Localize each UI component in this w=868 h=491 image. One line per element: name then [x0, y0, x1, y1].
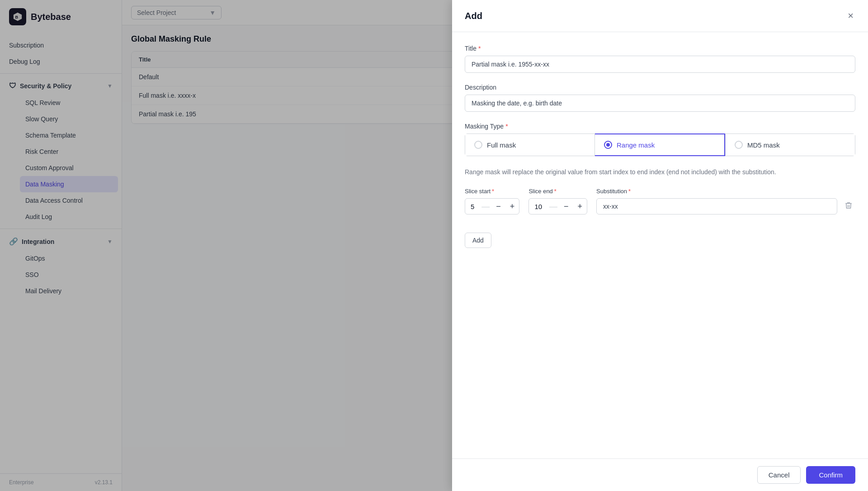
add-masking-rule-modal: Add × Title * Description [452, 0, 868, 491]
masking-type-group: Full mask Range mask MD5 mask [465, 133, 855, 156]
slice-end-label: Slice end * [528, 188, 587, 195]
separator: — [480, 202, 491, 211]
slice-end-group: Slice end * 10 — − + [528, 188, 587, 215]
masking-type-label: Masking Type * [465, 123, 855, 130]
required-indicator: * [628, 188, 631, 195]
description-input[interactable] [465, 95, 855, 112]
required-indicator: * [505, 123, 508, 130]
slice-start-decrement[interactable]: − [491, 199, 505, 214]
masking-option-md5-mask[interactable]: MD5 mask [725, 133, 855, 156]
add-range-row-button[interactable]: Add [465, 233, 491, 248]
modal-footer: Cancel Confirm [452, 458, 868, 491]
close-button[interactable]: × [846, 9, 855, 23]
range-row: Slice start * 5 — − + Slice end [465, 188, 855, 215]
slice-end-stepper: 10 — − + [528, 198, 587, 215]
modal-header: Add × [452, 0, 868, 32]
slice-end-increment[interactable]: + [573, 199, 587, 214]
modal-overlay: Add × Title * Description [0, 0, 868, 491]
range-description: Range mask will replace the original val… [465, 167, 855, 177]
required-indicator: * [478, 45, 481, 52]
masking-option-full-mask[interactable]: Full mask [465, 133, 595, 156]
slice-start-group: Slice start * 5 — − + [465, 188, 519, 215]
required-indicator: * [554, 188, 557, 195]
required-indicator: * [492, 188, 494, 195]
radio-button-range-mask [604, 141, 612, 149]
description-label: Description [465, 84, 855, 91]
masking-type-form-group: Masking Type * Full mask Range mask [465, 123, 855, 156]
slice-start-value: 5 [465, 199, 480, 214]
masking-option-range-mask[interactable]: Range mask [595, 133, 725, 156]
radio-button-md5-mask [735, 141, 743, 149]
delete-row-button[interactable] [842, 199, 855, 215]
separator: — [547, 202, 559, 211]
radio-dot [606, 143, 610, 147]
modal-body: Title * Description Masking Type * [452, 32, 868, 458]
title-label: Title * [465, 45, 855, 52]
title-input[interactable] [465, 56, 855, 73]
slice-start-increment[interactable]: + [505, 199, 519, 214]
radio-button-full-mask [474, 141, 482, 149]
slice-end-value: 10 [529, 199, 547, 214]
slice-end-decrement[interactable]: − [559, 199, 573, 214]
substitution-label: Substitution * [596, 188, 855, 195]
range-fields: Slice start * 5 — − + Slice end [465, 188, 855, 215]
substitution-input[interactable] [596, 198, 837, 215]
title-form-group: Title * [465, 45, 855, 73]
cancel-button[interactable]: Cancel [757, 466, 801, 484]
slice-start-label: Slice start * [465, 188, 519, 195]
substitution-group: Substitution * [596, 188, 855, 215]
modal-title: Add [465, 11, 482, 21]
confirm-button[interactable]: Confirm [806, 466, 855, 484]
description-form-group: Description [465, 84, 855, 112]
slice-start-stepper: 5 — − + [465, 198, 519, 215]
